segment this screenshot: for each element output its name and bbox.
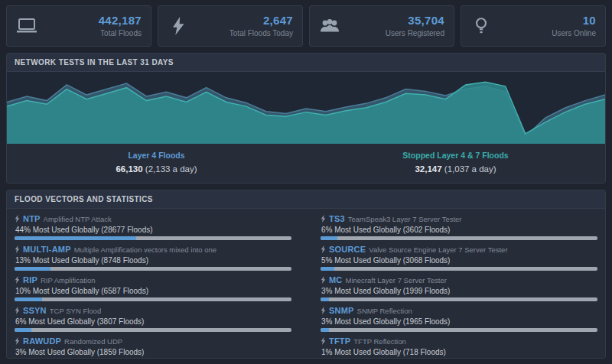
vector-desc: TFTP Reflection — [353, 337, 405, 346]
total-floods-label: Total Floods — [99, 30, 142, 37]
bolt-icon — [15, 245, 20, 253]
vector-name: RAWUDP — [23, 336, 61, 346]
vector-progress-fill — [321, 267, 334, 271]
vector-desc: Minecraft Layer 7 Server Tester — [346, 276, 447, 285]
vector-stat: 10% Most Used Globally (6587 Floods) — [15, 287, 291, 295]
vector-progress-track — [321, 297, 597, 301]
users-registered-label: Users Registered — [386, 30, 444, 37]
vector-desc: RIP Amplification — [41, 276, 96, 285]
vector-progress-track — [321, 328, 597, 332]
vector-stat: 6% Most Used Globally (3807 Floods) — [15, 317, 291, 326]
vector-progress-fill — [15, 297, 42, 301]
stat-card-total-floods-today: 2,647 Total Floods Today — [158, 5, 303, 47]
vector-stat: 6% Most Used Globally (3602 Floods) — [321, 226, 597, 234]
legend-stopped-floods: Stopped Layer 4 & 7 Floods 32,147 (1,037… — [306, 151, 605, 174]
bolt-icon — [321, 307, 326, 314]
vector-desc: TeamSpeak3 Layer 7 Server Tester — [348, 215, 462, 224]
total-floods-today-label: Total Floods Today — [230, 30, 293, 37]
stat-cards-row: 442,187 Total Floods 2,647 Total Floods … — [6, 5, 606, 47]
total-floods-today-value: 2,647 — [230, 15, 293, 27]
legend-stopped-label: Stopped Layer 4 & 7 Floods — [306, 151, 605, 160]
vector-desc: TCP SYN Flood — [50, 307, 101, 316]
bolt-icon — [321, 276, 326, 284]
network-tests-title: NETWORK TESTS IN THE LAST 31 DAYS — [7, 54, 605, 72]
vector-stat: 3% Most Used Globally (1859 Floods) — [15, 348, 291, 356]
vector-progress-fill — [15, 236, 136, 240]
vector-progress-track — [15, 328, 291, 332]
vector-progress-track — [321, 267, 597, 271]
vectors-left-column: NTP Amplified NTP Attack 44% Most Used G… — [15, 214, 291, 359]
dashboard-page: 442,187 Total Floods 2,647 Total Floods … — [0, 0, 612, 364]
users-icon — [319, 16, 340, 36]
legend-layer4-value: 66,130 (2,133 a day) — [7, 164, 306, 174]
vector-stat: 3% Most Used Globally (1965 Floods) — [321, 317, 597, 326]
vector-item-ts3: TS3 TeamSpeak3 Layer 7 Server Tester 6% … — [321, 214, 597, 240]
bolt-icon — [15, 307, 20, 314]
vector-item-rawudp: RAWUDP Randomized UDP 3% Most Used Globa… — [15, 336, 291, 359]
bolt-icon — [15, 276, 20, 284]
vector-name: SOURCE — [329, 245, 366, 254]
vector-name: SNMP — [329, 306, 354, 315]
legend-layer4-floods: Layer 4 Floods 66,130 (2,133 a day) — [7, 151, 306, 174]
vector-item-source: SOURCE Valve Source Engine Layer 7 Serve… — [321, 245, 597, 271]
vector-progress-track — [15, 267, 291, 271]
vector-desc: Randomized UDP — [64, 337, 122, 346]
vector-item-multi-amp: MULTI-AMP Multiple Amplification vectors… — [15, 245, 291, 271]
bolt-icon — [15, 337, 20, 345]
stat-card-users-registered: 35,704 Users Registered — [309, 5, 454, 47]
users-online-value: 10 — [552, 15, 596, 27]
bolt-icon — [168, 16, 189, 36]
bolt-icon — [321, 215, 326, 223]
vector-desc: Amplified NTP Attack — [44, 215, 112, 224]
vector-progress-fill — [15, 328, 31, 332]
bolt-icon — [321, 337, 326, 345]
vector-stat: 13% Most Used Globally (8748 Floods) — [15, 256, 291, 265]
network-tests-chart-area — [7, 72, 605, 144]
vector-item-ntp: NTP Amplified NTP Attack 44% Most Used G… — [15, 214, 291, 240]
vector-item-rip: RIP RIP Amplification 10% Most Used Glob… — [15, 275, 291, 301]
vector-name: NTP — [23, 214, 41, 223]
network-tests-chart — [7, 72, 605, 144]
flood-vectors-body: NTP Amplified NTP Attack 44% Most Used G… — [7, 209, 605, 359]
vector-stat: 44% Most Used Globally (28677 Floods) — [15, 226, 291, 234]
bulb-icon — [470, 16, 492, 36]
vector-item-mc: MC Minecraft Layer 7 Server Tester 3% Mo… — [321, 275, 597, 301]
vector-name: TFTP — [329, 336, 350, 346]
vector-stat: 1% Most Used Globally (718 Floods) — [321, 348, 597, 356]
vector-desc: SNMP Reflection — [357, 307, 412, 316]
network-tests-legend: Layer 4 Floods 66,130 (2,133 a day) Stop… — [7, 144, 605, 183]
vector-progress-track — [15, 297, 291, 301]
flood-vectors-title: FLOOD VECTORS AND STATISTICS — [7, 190, 605, 209]
vector-stat: 3% Most Used Globally (1999 Floods) — [321, 287, 597, 295]
vector-desc: Valve Source Engine Layer 7 Server Teste… — [369, 245, 507, 255]
total-floods-value: 442,187 — [99, 15, 142, 27]
vector-name: TS3 — [329, 214, 345, 223]
vector-progress-fill — [321, 328, 329, 332]
vectors-right-column: TS3 TeamSpeak3 Layer 7 Server Tester 6% … — [321, 214, 597, 359]
vector-item-snmp: SNMP SNMP Reflection 3% Most Used Global… — [321, 306, 597, 332]
vector-name: MULTI-AMP — [23, 245, 71, 254]
bolt-icon — [321, 245, 326, 253]
laptop-icon — [16, 16, 37, 36]
vector-name: SSYN — [23, 306, 47, 315]
vector-item-ssyn: SSYN TCP SYN Flood 6% Most Used Globally… — [15, 306, 291, 332]
network-tests-panel: NETWORK TESTS IN THE LAST 31 DAYS Layer … — [6, 53, 606, 184]
vector-progress-fill — [15, 267, 50, 271]
users-registered-value: 35,704 — [386, 15, 444, 27]
vector-progress-track — [321, 236, 597, 240]
vector-progress-fill — [321, 236, 337, 240]
vector-name: MC — [329, 275, 343, 284]
legend-stopped-value: 32,147 (1,037 a day) — [306, 164, 605, 174]
legend-layer4-label: Layer 4 Floods — [7, 151, 306, 160]
vector-name: RIP — [23, 275, 37, 284]
stat-card-users-online: 10 Users Online — [461, 5, 606, 47]
users-online-label: Users Online — [552, 30, 596, 37]
vector-progress-track — [15, 236, 291, 240]
vector-stat: 5% Most Used Globally (3068 Floods) — [321, 256, 597, 265]
stat-card-total-floods: 442,187 Total Floods — [6, 5, 151, 47]
flood-vectors-panel: FLOOD VECTORS AND STATISTICS NTP Amplifi… — [6, 190, 606, 359]
vector-desc: Multiple Amplification vectors mixed int… — [74, 245, 216, 255]
vector-progress-fill — [321, 297, 329, 301]
vector-item-tftp: TFTP TFTP Reflection 1% Most Used Global… — [321, 336, 597, 359]
bolt-icon — [15, 215, 20, 223]
